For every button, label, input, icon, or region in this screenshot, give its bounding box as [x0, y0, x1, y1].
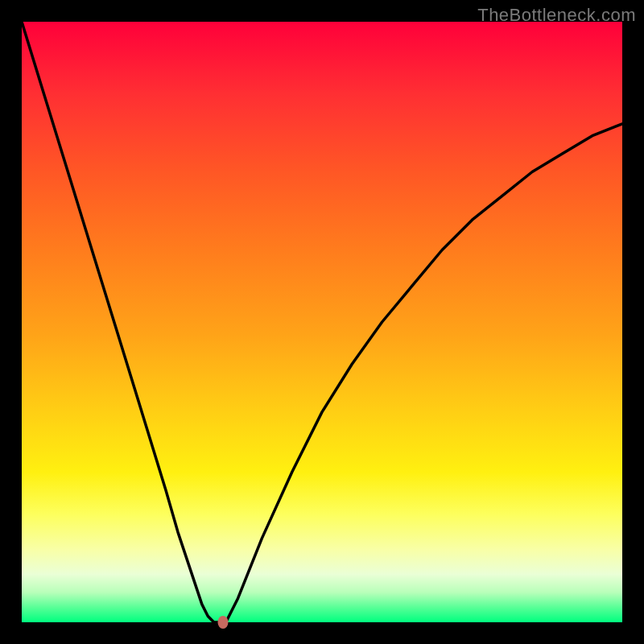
minimum-marker-dot [217, 616, 228, 629]
chart-frame: TheBottleneck.com [0, 0, 644, 644]
plot-area [22, 22, 622, 622]
bottleneck-curve [22, 22, 622, 622]
